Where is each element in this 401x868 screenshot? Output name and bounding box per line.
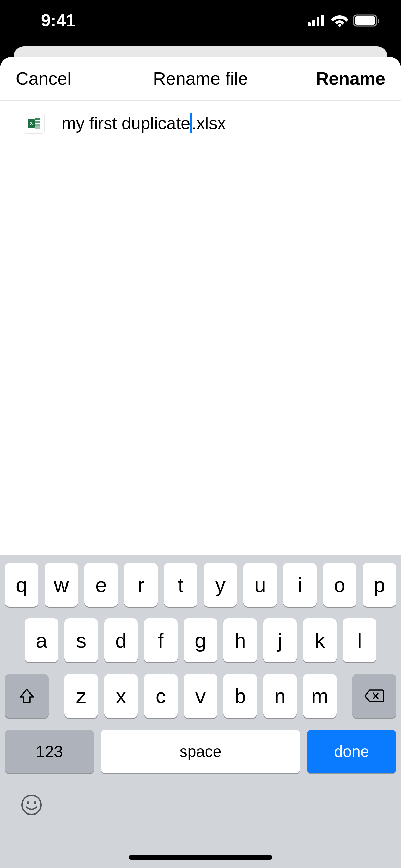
key-g[interactable]: g [184,618,217,662]
space-key[interactable]: space [101,730,300,773]
key-z[interactable]: z [64,674,98,718]
wifi-icon [331,14,348,27]
keyboard-row-2: a s d f g h j k l [0,618,401,662]
svg-point-14 [22,795,41,815]
svg-rect-6 [355,16,375,25]
key-i[interactable]: i [283,563,317,607]
backspace-icon [364,689,384,703]
key-u[interactable]: u [243,563,277,607]
key-n[interactable]: n [263,674,297,718]
key-m[interactable]: m [303,674,337,718]
status-indicators [308,14,380,27]
key-b[interactable]: b [223,674,257,718]
key-v[interactable]: v [184,674,217,718]
filename-input[interactable]: my first duplicate.xlsx [62,113,226,133]
key-k[interactable]: k [303,618,337,662]
home-indicator[interactable] [129,855,272,860]
svg-rect-0 [308,22,311,26]
svg-text:X: X [29,121,33,126]
filename-after-cursor: .xlsx [192,113,226,133]
excel-file-icon: X [24,113,45,134]
battery-icon [353,14,380,27]
key-e[interactable]: e [84,563,118,607]
key-r[interactable]: r [124,563,158,607]
numbers-key[interactable]: 123 [5,730,94,773]
shift-icon [18,687,35,704]
key-d[interactable]: d [104,618,138,662]
svg-rect-13 [35,126,40,129]
key-h[interactable]: h [223,618,257,662]
keyboard-row-3: z x c v b n m [0,674,401,718]
keyboard-row-bottom: 123 space done [0,730,401,773]
rename-button-label: Rename [316,69,385,88]
keyboard: q w e r t y u i o p a s d f g h j k l [0,555,401,868]
shift-key[interactable] [5,674,49,718]
key-w[interactable]: w [45,563,78,607]
done-key[interactable]: done [307,730,396,773]
modal-header: Cancel Rename file Rename [0,57,401,101]
emoji-icon [21,794,42,816]
backspace-key[interactable] [352,674,396,718]
keyboard-row-1: q w e r t y u i o p [0,563,401,607]
key-j[interactable]: j [263,618,297,662]
svg-rect-7 [378,19,379,23]
svg-rect-11 [35,121,40,123]
svg-rect-1 [312,20,315,26]
rename-modal: Cancel Rename file Rename X my first dup… [0,57,401,868]
filename-before-cursor: my first duplicate [62,113,190,133]
svg-point-16 [34,801,36,804]
svg-rect-2 [317,17,319,26]
modal-title: Rename file [153,68,248,89]
key-x[interactable]: x [104,674,138,718]
key-a[interactable]: a [25,618,58,662]
cellular-icon [308,15,326,26]
key-f[interactable]: f [144,618,178,662]
svg-rect-10 [35,118,40,120]
file-row: X my first duplicate.xlsx [0,101,401,146]
key-p[interactable]: p [363,563,396,607]
key-y[interactable]: y [204,563,237,607]
key-s[interactable]: s [64,618,98,662]
rename-button[interactable]: Rename [316,68,385,89]
key-c[interactable]: c [144,674,178,718]
status-bar: 9:41 [0,0,401,48]
svg-point-4 [338,24,341,27]
emoji-key[interactable] [21,794,42,817]
key-o[interactable]: o [323,563,356,607]
keyboard-footer [0,784,401,817]
svg-rect-12 [35,124,40,126]
key-t[interactable]: t [164,563,197,607]
svg-point-15 [27,801,29,804]
svg-rect-3 [321,15,324,26]
key-l[interactable]: l [343,618,376,662]
key-q[interactable]: q [5,563,38,607]
cancel-button[interactable]: Cancel [16,68,71,89]
status-time: 9:41 [41,11,75,31]
